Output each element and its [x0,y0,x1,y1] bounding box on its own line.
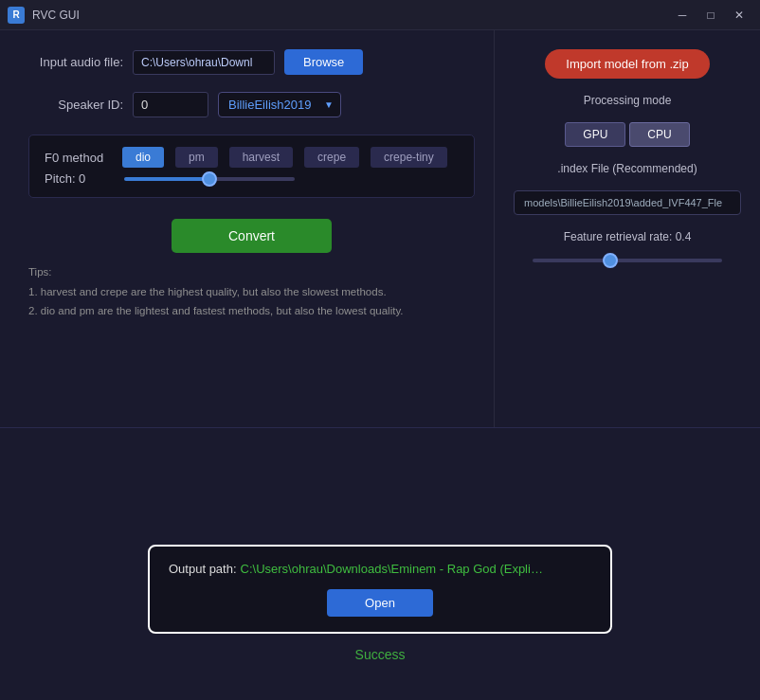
input-audio-path: C:\Users\ohrau\Downl [133,50,275,75]
output-box: Output path: C:\Users\ohrau\Downloads\Em… [148,545,612,634]
maximize-button[interactable]: □ [697,5,724,26]
output-path-row: Output path: C:\Users\ohrau\Downloads\Em… [169,562,591,576]
convert-button[interactable]: Convert [172,219,332,253]
f0-section: F0 method dio pm harvest crepe crepe-tin… [28,135,475,198]
panels-area: Input audio file: C:\Users\ohrau\Downl B… [0,30,760,428]
gpu-button[interactable]: GPU [565,122,625,147]
left-panel: Input audio file: C:\Users\ohrau\Downl B… [0,30,495,427]
f0-btn-pm[interactable]: pm [175,147,218,168]
app-title: RVC GUI [32,9,80,22]
import-model-button[interactable]: Import model from .zip [545,49,709,79]
speaker-input[interactable] [133,92,208,117]
output-path-value: C:\Users\ohrau\Downloads\Eminem - Rap Go… [241,562,544,576]
model-select[interactable]: BillieEilish2019 [218,92,341,117]
f0-btn-crepe-tiny[interactable]: crepe-tiny [371,147,447,168]
processing-mode-buttons: GPU CPU [565,122,689,147]
right-panel: Import model from .zip Processing mode G… [495,30,760,427]
tip-2: 2. dio and pm are the lightest and faste… [28,301,475,321]
pitch-slider[interactable] [124,177,295,181]
feature-rate-slider[interactable] [533,259,722,262]
input-audio-label: Input audio file: [28,55,123,69]
tips-section: Tips: 1. harvest and crepe are the highe… [28,262,475,321]
title-bar-left: R RVC GUI [8,7,80,24]
f0-btn-harvest[interactable]: harvest [229,147,293,168]
pitch-row: Pitch: 0 [45,168,459,186]
window-controls: ─ □ ✕ [669,5,752,26]
f0-row: F0 method dio pm harvest crepe crepe-tin… [45,147,459,168]
index-file-path: models\BillieEilish2019\added_IVF447_Fle [514,190,741,215]
output-path-label: Output path: [169,562,237,576]
f0-label: F0 method [45,151,111,165]
processing-mode-label: Processing mode [584,94,672,107]
speaker-row: Speaker ID: BillieEilish2019 ▼ [28,92,475,117]
speaker-label: Speaker ID: [28,98,123,112]
app-icon: R [8,7,25,24]
model-select-wrapper: BillieEilish2019 ▼ [218,92,341,117]
f0-btn-dio[interactable]: dio [122,147,164,168]
input-audio-row: Input audio file: C:\Users\ohrau\Downl B… [28,49,475,75]
pitch-label: Pitch: 0 [45,171,111,186]
browse-button[interactable]: Browse [284,49,363,75]
minimize-button[interactable]: ─ [669,5,696,26]
f0-btn-crepe[interactable]: crepe [304,147,359,168]
feature-rate-label: Feature retrieval rate: 0.4 [564,230,692,243]
title-bar: R RVC GUI ─ □ ✕ [0,0,760,30]
cpu-button[interactable]: CPU [629,122,689,147]
success-status: Success [355,647,406,662]
tips-title: Tips: [28,262,475,282]
open-button[interactable]: Open [327,589,433,617]
tip-1: 1. harvest and crepe are the highest qua… [28,282,475,302]
close-button[interactable]: ✕ [726,5,752,26]
index-file-label: .index File (Recommended) [557,162,697,175]
